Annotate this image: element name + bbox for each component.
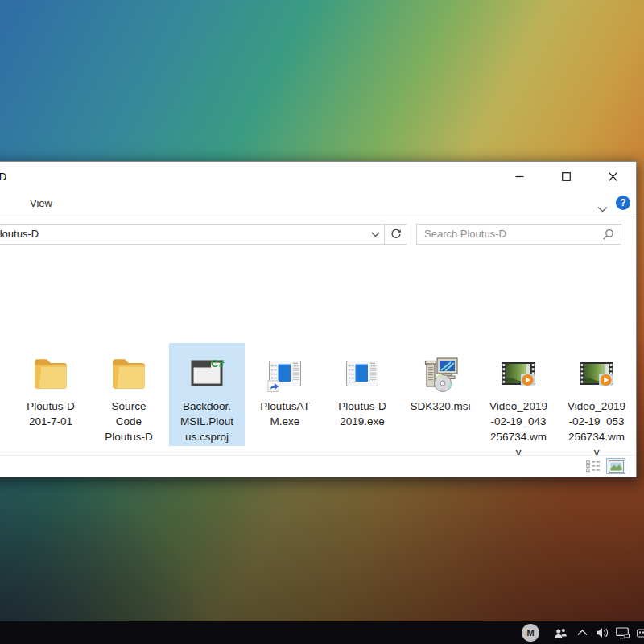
caption-buttons [496, 162, 636, 191]
explorer-window: Ploutus-D View ? Ploutus-D [0, 161, 637, 477]
file-label: SDK320.msi [402, 398, 478, 415]
ribbon-tab-bar: View ? [0, 191, 636, 217]
search-placeholder: Search Ploutus-D [424, 225, 506, 244]
minimize-button[interactable] [496, 162, 543, 191]
show-hidden-icons-button[interactable] [577, 621, 588, 644]
tab-view[interactable]: View [30, 197, 52, 209]
search-input[interactable]: Search Ploutus-D [416, 224, 621, 245]
file-item-backdoor-msil-ploutus-csproj[interactable]: C# Backdoor. MSIL.Plout us.csproj [169, 343, 245, 446]
maximize-icon [562, 172, 571, 181]
file-item-source-code-ploutus-d[interactable]: Source Code Ploutus-D [91, 343, 167, 446]
address-dropdown-button[interactable] [366, 225, 384, 244]
file-item-sdk320-msi[interactable]: SDK320.msi [402, 343, 478, 415]
file-label: Source Code Ploutus-D [91, 398, 167, 446]
chevron-down-icon [371, 232, 380, 237]
refresh-button[interactable] [384, 225, 407, 244]
network-icon[interactable] [616, 621, 630, 644]
file-list-area: Ploutus-D 201-7-01 Source Code Ploutus-D [0, 250, 636, 456]
chevron-down-icon [597, 206, 608, 213]
window-title: Ploutus-D [0, 171, 6, 183]
desktop-wallpaper: Ploutus-D View ? Ploutus-D [0, 0, 644, 644]
file-item-ploutus-d-201-7-01[interactable]: Ploutus-D 201-7-01 [13, 343, 89, 431]
minimize-icon [515, 172, 524, 181]
play-overlay [521, 374, 535, 386]
keyboard-icon[interactable] [637, 621, 644, 644]
refresh-icon [390, 229, 402, 240]
application-shortcut-icon [247, 343, 323, 396]
thumbnail-view-button[interactable] [607, 459, 625, 473]
file-label: Video_2019 -02-19_053 256734.wm v [559, 398, 634, 461]
address-text: Ploutus-D [0, 225, 39, 244]
help-button[interactable]: ? [616, 196, 630, 210]
file-label: Video_2019 -02-19_043 256734.wm v [481, 398, 556, 461]
taskbar[interactable]: M [0, 621, 644, 644]
installer-icon [402, 343, 478, 396]
shortcut-arrow-overlay [268, 381, 279, 392]
close-icon [609, 172, 617, 181]
application-icon [324, 343, 400, 396]
file-label: Ploutus-D 2019.exe [324, 398, 400, 431]
file-label: Ploutus-D 201-7-01 [13, 398, 89, 431]
user-avatar[interactable]: M [522, 624, 539, 642]
people-icon[interactable] [554, 621, 568, 644]
maximize-button[interactable] [543, 162, 589, 191]
file-label: Backdoor. MSIL.Plout us.csproj [169, 398, 245, 446]
thumbnail-view-icon [609, 460, 624, 473]
csharp-project-icon: C# [169, 343, 245, 396]
address-bar[interactable]: Ploutus-D [0, 224, 407, 245]
file-item-ploutusatm-exe[interactable]: PloutusAT M.exe [247, 343, 323, 431]
chevron-up-icon [577, 630, 588, 636]
folder-icon [13, 343, 89, 396]
file-label: PloutusAT M.exe [247, 398, 323, 431]
volume-icon[interactable] [596, 621, 610, 644]
title-bar[interactable]: Ploutus-D [0, 162, 636, 191]
svg-text:C#: C# [211, 357, 225, 369]
file-item-ploutus-d-2019-exe[interactable]: Ploutus-D 2019.exe [324, 343, 400, 431]
navigation-toolbar: Ploutus-D Search Ploutus-D [0, 217, 636, 251]
play-overlay [599, 374, 613, 386]
file-item-video-043256734-wmv[interactable]: Video_2019 -02-19_043 256734.wm v [481, 343, 556, 461]
ribbon-collapse-button[interactable] [597, 201, 608, 216]
video-file-icon [559, 343, 634, 396]
folder-icon [91, 343, 167, 396]
close-button[interactable] [589, 162, 636, 191]
status-bar [0, 455, 636, 477]
file-item-video-053256734-wmv[interactable]: Video_2019 -02-19_053 256734.wm v [559, 343, 634, 461]
details-view-button[interactable] [584, 459, 602, 473]
search-icon[interactable] [602, 229, 614, 244]
details-view-icon [586, 460, 601, 473]
video-file-icon [481, 343, 556, 396]
